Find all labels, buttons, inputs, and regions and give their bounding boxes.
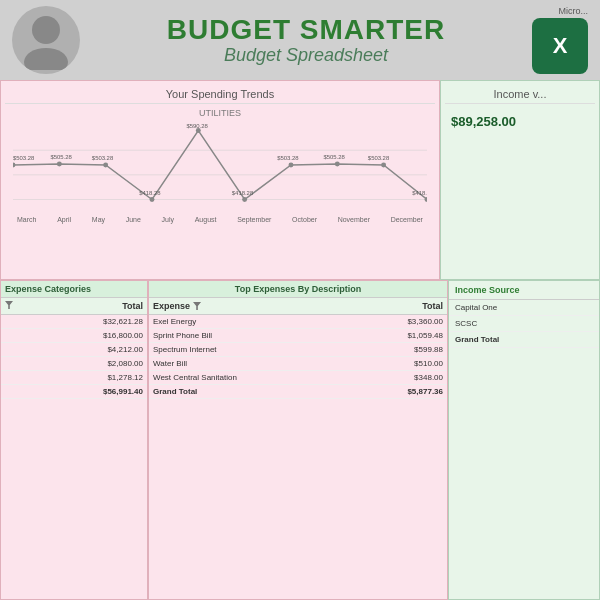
spending-trends-panel: Your Spending Trends UTILITIES — [0, 80, 440, 280]
bottom-row: Expense Categories Total $32,621.28 $16,… — [0, 280, 600, 600]
svg-point-16 — [57, 162, 62, 167]
expense-name-2: Sprint Phone Bill — [153, 331, 388, 340]
expense-total-3: $599.88 — [388, 345, 443, 354]
grand-total-label: Grand Total — [153, 387, 388, 396]
svg-point-19 — [196, 128, 201, 133]
month-november: November — [338, 216, 370, 223]
expense-cat-row-5: $1,278.12 — [1, 371, 147, 385]
expense-name-3: Spectrum Internet — [153, 345, 388, 354]
expense-cat-value-3: $4,212.00 — [88, 345, 143, 354]
expense-total-4: $510.00 — [388, 359, 443, 368]
expense-total-1: $3,360.00 — [388, 317, 443, 326]
expense-categories-panel: Expense Categories Total $32,621.28 $16,… — [0, 280, 148, 600]
top-expense-row-2: Sprint Phone Bill $1,059.48 — [149, 329, 447, 343]
svg-text:$503.28: $503.28 — [277, 155, 299, 161]
svg-text:$505.28: $505.28 — [50, 154, 72, 160]
svg-text:$505.28: $505.28 — [324, 154, 346, 160]
chart-label: UTILITIES — [5, 108, 435, 118]
month-september: September — [237, 216, 271, 223]
svg-point-23 — [381, 163, 386, 168]
expense-cat-row-3: $4,212.00 — [1, 343, 147, 357]
income-source-row-1: Capital One — [449, 300, 599, 316]
header: BUDGET SMARTER Budget Spreadsheet Micro.… — [0, 0, 600, 80]
expense-cat-total-header: Total — [88, 301, 143, 311]
expense-cat-row-1: $32,621.28 — [1, 315, 147, 329]
grand-total-value: $5,877.36 — [388, 387, 443, 396]
top-expenses-title: Top Expenses By Description — [149, 281, 447, 298]
svg-text:$503.28: $503.28 — [92, 155, 114, 161]
expense-cat-value-5: $1,278.12 — [88, 373, 143, 382]
month-august: August — [195, 216, 217, 223]
top-expenses-header: Expense Total — [149, 298, 447, 315]
month-june: June — [126, 216, 141, 223]
svg-point-22 — [335, 162, 340, 167]
month-july: July — [162, 216, 174, 223]
expense-cat-header: Total — [1, 298, 147, 315]
top-expenses-grand-total: Grand Total $5,877.36 — [149, 385, 447, 399]
top-expense-row-5: West Central Sanitation $348.00 — [149, 371, 447, 385]
chart-months: March April May June July August Septemb… — [13, 216, 427, 223]
expense-col-header: Expense — [153, 301, 388, 311]
top-expense-row-4: Water Bill $510.00 — [149, 357, 447, 371]
svg-point-0 — [32, 16, 60, 44]
svg-point-21 — [289, 163, 294, 168]
top-expenses-total-header: Total — [388, 301, 443, 311]
month-may: May — [92, 216, 105, 223]
income-source-panel: Income Source Capital One SCSC Grand Tot… — [448, 280, 600, 600]
income-panel: Income v... $89,258.00 — [440, 80, 600, 280]
svg-point-15 — [13, 163, 15, 168]
income-source-grand-total: Grand Total — [449, 332, 599, 348]
svg-text:$503.28: $503.28 — [13, 155, 35, 161]
expense-total-2: $1,059.48 — [388, 331, 443, 340]
svg-text:$590.28: $590.28 — [186, 123, 208, 129]
expense-name-5: West Central Sanitation — [153, 373, 388, 382]
svg-text:$418.28: $418.28 — [139, 190, 161, 196]
svg-text:$503.28: $503.28 — [368, 155, 390, 161]
header-title: BUDGET SMARTER Budget Spreadsheet — [80, 15, 532, 66]
chart-area: $503.28 $505.28 $503.28 $418.28 $590.28 … — [5, 120, 435, 230]
expense-cat-value-4: $2,080.00 — [88, 359, 143, 368]
excel-letter: X — [553, 33, 568, 59]
month-april: April — [57, 216, 71, 223]
microsoft-label: Micro... — [532, 6, 588, 16]
top-expense-row-3: Spectrum Internet $599.88 — [149, 343, 447, 357]
svg-point-20 — [242, 197, 247, 202]
spending-trends-title: Your Spending Trends — [5, 85, 435, 104]
expense-name-4: Water Bill — [153, 359, 388, 368]
month-march: March — [17, 216, 36, 223]
excel-badge: X — [532, 18, 588, 74]
main-content: Your Spending Trends UTILITIES — [0, 80, 600, 600]
income-panel-title: Income v... — [445, 85, 595, 104]
svg-point-1 — [24, 48, 68, 70]
month-december: December — [391, 216, 423, 223]
top-expenses-filter-icon[interactable] — [193, 302, 201, 310]
svg-point-18 — [150, 197, 155, 202]
income-source-row-2: SCSC — [449, 316, 599, 332]
expense-name-1: Exel Energy — [153, 317, 388, 326]
income-source-grand-total-label: Grand Total — [455, 335, 593, 344]
top-expense-row-1: Exel Energy $3,360.00 — [149, 315, 447, 329]
avatar — [12, 6, 80, 74]
top-expenses-panel: Top Expenses By Description Expense Tota… — [148, 280, 448, 600]
expense-cat-row-4: $2,080.00 — [1, 357, 147, 371]
expense-cat-grand-total-value: $56,991.40 — [88, 387, 143, 396]
expense-cat-grand-total: $56,991.40 — [1, 385, 147, 399]
income-source-name-1: Capital One — [455, 303, 593, 312]
income-value: $89,258.00 — [445, 108, 595, 135]
expense-total-5: $348.00 — [388, 373, 443, 382]
expense-cat-value-2: $16,800.00 — [88, 331, 143, 340]
expense-cat-value-1: $32,621.28 — [88, 317, 143, 326]
top-row: Your Spending Trends UTILITIES — [0, 80, 600, 280]
income-source-name-2: SCSC — [455, 319, 593, 328]
filter-icon[interactable] — [5, 301, 88, 311]
svg-point-17 — [103, 163, 108, 168]
svg-text:$418.28: $418.28 — [232, 190, 254, 196]
income-source-title: Income Source — [449, 281, 599, 300]
svg-text:$418.28: $418.28 — [412, 190, 427, 196]
expense-categories-title: Expense Categories — [1, 281, 147, 298]
expense-cat-row-2: $16,800.00 — [1, 329, 147, 343]
sub-title: Budget Spreadsheet — [80, 46, 532, 66]
spending-chart: $503.28 $505.28 $503.28 $418.28 $590.28 … — [13, 120, 427, 210]
main-title: BUDGET SMARTER — [80, 15, 532, 46]
month-october: October — [292, 216, 317, 223]
